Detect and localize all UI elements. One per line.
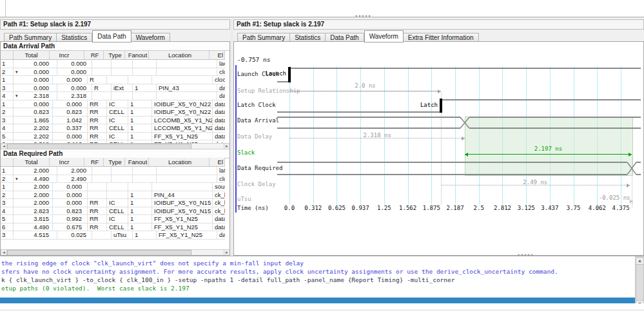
required-row-5[interactable]: 32.0000.000RRIC1IOIBUF_X5_Y0_N15ck_latch… <box>1 199 225 207</box>
required-col-num[interactable] <box>1 158 14 166</box>
cell-type: uTsu <box>112 231 133 239</box>
required-row-4[interactable]: 22.0000.0001PIN_44ck_latch <box>1 191 225 200</box>
collapse-expander-icon[interactable]: ▾ <box>15 68 18 76</box>
horizontal-splitter-handle[interactable]: ••••• <box>355 14 372 18</box>
cell-total: 2.202 <box>14 124 53 132</box>
cell-num: 6 <box>1 223 14 231</box>
arrival-row-9[interactable]: 42.2020.337RRCELL1LCCOMB_X5_Y1_N24data_l… <box>1 124 225 133</box>
arrival-col-location[interactable]: Location <box>149 51 210 59</box>
left-panel-header: Path #1: Setup slack is 2.197 <box>0 19 230 30</box>
required-col-total[interactable]: Total <box>14 158 50 166</box>
arrival-row-2[interactable]: 20.000▾0.000clock path <box>1 68 225 77</box>
cell-fanout: 1 <box>128 191 152 199</box>
scroll-left-icon[interactable]: ◄ <box>1 250 7 256</box>
arrival-row-5[interactable]: 42.318▾2.318data path <box>1 92 225 100</box>
time-tick-3-75: 3.75 <box>561 205 587 211</box>
console-splitter-handle[interactable]: ••••• <box>518 253 534 257</box>
clock-low-rail <box>277 81 288 82</box>
arrival-col-num[interactable] <box>1 51 14 59</box>
required-row-3[interactable]: 12.0000.000source latency <box>1 183 225 191</box>
arrival-row-7[interactable]: 20.8230.823RRCELL1IOIBUF_X5_Y0_N22data~i… <box>1 108 225 117</box>
arrival-col-incr[interactable]: Incr <box>50 51 84 59</box>
console-message-1: the rising edge of clock "clk_launch_vir… <box>1 259 644 267</box>
wave-row-label-data-required: Data Required <box>237 165 282 171</box>
arrival-col-rf[interactable]: RF <box>84 51 104 59</box>
required-row-6[interactable]: 42.8230.823RRCELL1IOIBUF_X5_Y0_N15ck_lat… <box>1 207 225 216</box>
wave-row-label-clock-delay: Clock Delay <box>237 181 276 187</box>
required-col-fanout[interactable]: Fanout <box>125 158 149 166</box>
cell-total: 0.000 <box>14 84 57 92</box>
right-panel-header: Path #1: Setup slack is 2.197 <box>233 19 644 30</box>
cell-type <box>112 175 133 183</box>
cell-element: data_latched~re <box>213 215 225 223</box>
cell-rf: RR <box>88 117 107 124</box>
required-row-7[interactable]: 53.8150.992RRIC1FF_X5_Y1_N25data_latched… <box>1 215 225 223</box>
scroll-right-icon[interactable]: ► <box>224 250 229 256</box>
hscroll-thumb[interactable] <box>7 250 191 256</box>
required-row-2[interactable]: 24.490▾2.490clock path <box>1 175 225 184</box>
time-tick-0-937: 0.937 <box>347 205 373 211</box>
cell-rf <box>88 191 107 199</box>
cell-location: FF_X5_Y1_N25 <box>152 133 213 140</box>
arrival-row-8[interactable]: 31.8651.042RRIC1LCCOMB_X5_Y1_N24data_lat… <box>1 117 225 125</box>
cell-location: FF_X5_Y1_N25 <box>157 231 217 239</box>
cell-location <box>157 175 217 183</box>
bus-transition-x <box>627 162 636 175</box>
required-col-el[interactable]: El <box>210 158 225 166</box>
arrival-col-el[interactable]: El <box>210 51 225 59</box>
arrival-row-1[interactable]: 10.0000.000launch edge time <box>1 60 225 68</box>
cell-type: IC <box>107 133 128 140</box>
latch-clock-edge <box>440 99 442 113</box>
cell-element: data path <box>217 92 225 100</box>
required-hscrollbar[interactable]: ◄ ► <box>1 249 230 256</box>
cell-total: 4.490 <box>14 223 53 231</box>
arrival-col-total[interactable]: Total <box>14 51 50 59</box>
time-tick-0-312: 0.312 <box>300 205 326 211</box>
cell-incr: 0.000 <box>53 199 88 207</box>
cell-element: ck_latch~input|i <box>213 199 225 207</box>
cell-fanout: 1 <box>128 117 152 124</box>
required-row-1[interactable]: 12.0002.000latch edge time <box>1 167 225 175</box>
required-row-9[interactable]: 34.5150.025uTsu1FF_X5_Y1_N25data_latched… <box>1 231 225 240</box>
cell-num: 1 <box>1 76 14 84</box>
cell-element: data_latched~re <box>213 117 225 124</box>
cell-rf <box>92 167 112 175</box>
cell-incr: 0.000 <box>53 133 88 140</box>
arrival-row-10[interactable]: 52.2020.000RRIC1FF_X5_Y1_N25data_latched… <box>1 133 225 141</box>
vscroll-thumb[interactable] <box>636 264 644 301</box>
arrival-col-type[interactable]: Type <box>104 51 125 59</box>
cell-rf: RR <box>88 223 107 231</box>
cell-incr: 0.337 <box>53 124 88 132</box>
required-col-type[interactable]: Type <box>104 158 125 166</box>
message-console: the rising edge of clock "clk_launch_vir… <box>0 256 644 301</box>
required-col-location[interactable]: Location <box>149 158 210 166</box>
collapse-expander-icon[interactable]: ▾ <box>15 92 18 100</box>
required-col-incr[interactable]: Incr <box>50 158 84 166</box>
cell-fanout: 1 <box>128 199 152 207</box>
cell-num: 3 <box>1 84 14 92</box>
left-tabbar: Path SummaryStatisticsData PathWaveformE… <box>0 30 230 41</box>
time-tick-2-187: 2.187 <box>442 205 468 211</box>
cell-fanout <box>133 175 157 183</box>
waveform-canvas[interactable]: -0.757 nsLaunch ClockLaunchSetup Relatio… <box>234 42 643 255</box>
cell-fanout <box>133 167 157 175</box>
arrival-row-4[interactable]: 30.0000.000RiExt1PIN_43data <box>1 84 225 93</box>
console-hscrollbar-thumb[interactable] <box>0 298 635 303</box>
collapse-expander-icon[interactable]: ▾ <box>15 175 18 183</box>
left-tab-data-path[interactable]: Data Path <box>92 30 131 43</box>
arrival-row-6[interactable]: 10.0000.000RRIC1IOIBUF_X5_Y0_N22data~inp… <box>1 100 225 109</box>
console-message-2: sfers have no clock uncertainty assignme… <box>1 267 644 276</box>
required-col-rf[interactable]: RF <box>84 158 104 166</box>
console-vscrollbar[interactable]: ▲ ▼ <box>635 256 644 308</box>
required-row-8[interactable]: 64.4900.675RRCELL1FF_X5_Y1_N25data_latch… <box>1 223 225 232</box>
bus-top-rail <box>277 117 460 118</box>
waveform-cursor-line[interactable] <box>235 65 237 213</box>
cell-incr: 0.000 <box>57 84 92 92</box>
time-tick-3-437: 3.437 <box>537 205 563 211</box>
arrival-row-3[interactable]: 10.0000.000Rclock network de <box>1 76 225 84</box>
arrival-col-fanout[interactable]: Fanout <box>125 51 149 59</box>
arrival-header-row: TotalIncrRFTypeFanoutLocationEl <box>1 51 225 60</box>
cell-num: 4 <box>1 207 14 215</box>
cell-num: 5 <box>1 133 14 140</box>
right-tab-waveform[interactable]: Waveform <box>364 30 404 43</box>
